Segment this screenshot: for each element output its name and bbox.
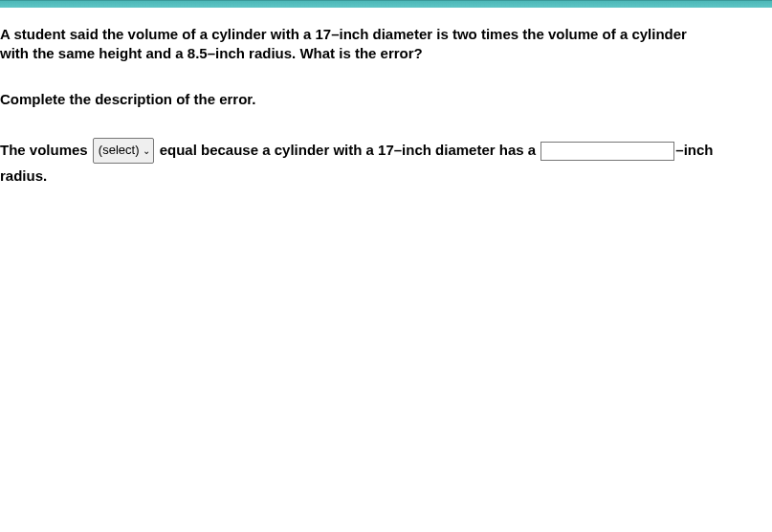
answer-line2: radius. (0, 167, 47, 184)
answer-line: The volumes (select)⌄ equal because a cy… (0, 138, 772, 188)
chevron-down-icon: ⌄ (143, 143, 150, 159)
answer-mid1: equal because a cylinder with a 17–inch … (155, 142, 540, 158)
answer-prefix: The volumes (0, 142, 92, 158)
content-area: A student said the volume of a cylinder … (0, 8, 772, 188)
radius-input[interactable] (540, 142, 674, 161)
question-text: A student said the volume of a cylinder … (0, 25, 772, 64)
select-label: (select) (99, 143, 140, 157)
answer-suffix1: –inch (675, 142, 713, 158)
top-border (0, 0, 772, 8)
question-line2: with the same height and a 8.5–inch radi… (0, 45, 423, 61)
instruction-text: Complete the description of the error. (0, 91, 772, 107)
select-dropdown[interactable]: (select)⌄ (93, 138, 155, 163)
question-line1: A student said the volume of a cylinder … (0, 26, 687, 42)
